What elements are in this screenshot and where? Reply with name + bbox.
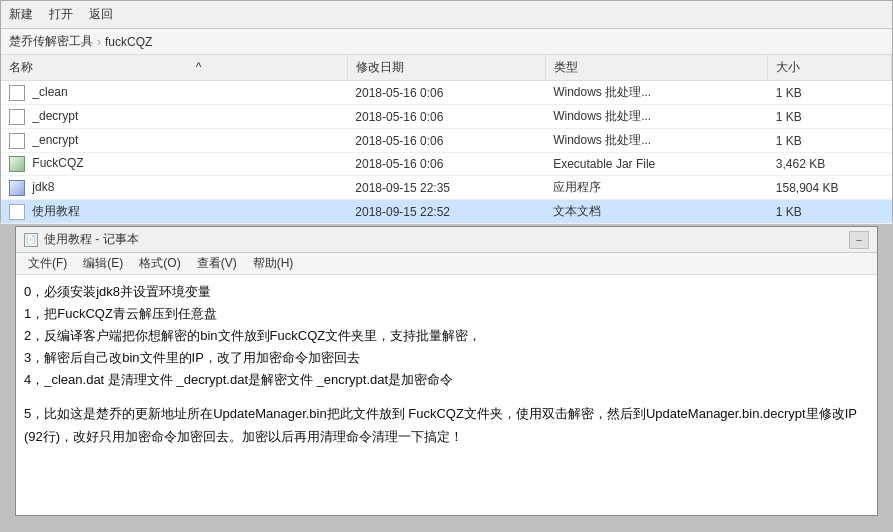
blank-line	[24, 391, 869, 403]
table-row[interactable]: jdk8 2018-09-15 22:35 应用程序 158,904 KB	[1, 176, 892, 200]
notepad-line: 3，解密后自己改bin文件里的IP，改了用加密命令加密回去	[24, 347, 869, 369]
file-type-cell: Windows 批处理...	[545, 129, 768, 153]
toolbar-up[interactable]: 返回	[89, 6, 113, 23]
col-size[interactable]: 大小	[768, 55, 892, 81]
col-type[interactable]: 类型	[545, 55, 768, 81]
notepad-close-button[interactable]: −	[849, 231, 869, 249]
file-date-cell: 2018-05-16 0:06	[347, 105, 545, 129]
file-date-cell: 2018-05-16 0:06	[347, 81, 545, 105]
jar-icon	[9, 156, 25, 172]
file-name-cell: FuckCQZ	[1, 153, 347, 176]
file-date-cell: 2018-05-16 0:06	[347, 153, 545, 176]
file-type-cell: Windows 批处理...	[545, 105, 768, 129]
notepad-line: 5，比如这是楚乔的更新地址所在UpdateManager.bin把此文件放到 F…	[24, 403, 869, 447]
table-row[interactable]: 使用教程 2018-09-15 22:52 文本文档 1 KB	[1, 200, 892, 224]
menu-edit[interactable]: 编辑(E)	[75, 253, 131, 274]
table-row[interactable]: _decrypt 2018-05-16 0:06 Windows 批处理... …	[1, 105, 892, 129]
notepad-title: 使用教程 - 记事本	[44, 231, 139, 248]
bat-icon	[9, 109, 25, 125]
breadcrumb-separator: ›	[97, 35, 101, 49]
menu-help[interactable]: 帮助(H)	[245, 253, 302, 274]
file-type-cell: Windows 批处理...	[545, 81, 768, 105]
file-name-cell: jdk8	[1, 176, 347, 200]
notepad-line: 4，_clean.dat 是清理文件 _decrypt.dat是解密文件 _en…	[24, 369, 869, 391]
file-size-cell: 1 KB	[768, 200, 892, 224]
file-explorer: 新建 打开 返回 楚乔传解密工具 › fuckCQZ 名称 ^ 修改日期 类型 …	[0, 0, 893, 220]
file-table: 名称 ^ 修改日期 类型 大小 _clean 2018-05-16 0:06 W…	[1, 55, 892, 224]
file-size-cell: 1 KB	[768, 129, 892, 153]
notepad-line: 0，必须安装jdk8并设置环境变量	[24, 281, 869, 303]
file-date-cell: 2018-09-15 22:35	[347, 176, 545, 200]
notepad-window: 📄 使用教程 - 记事本 − 文件(F) 编辑(E) 格式(O) 查看(V) 帮…	[15, 226, 878, 516]
breadcrumb-root[interactable]: 楚乔传解密工具	[9, 33, 93, 50]
file-size-cell: 3,462 KB	[768, 153, 892, 176]
notepad-content[interactable]: 0，必须安装jdk8并设置环境变量1，把FuckCQZ青云解压到任意盘2，反编译…	[16, 275, 877, 515]
breadcrumb: 楚乔传解密工具 › fuckCQZ	[1, 29, 892, 55]
file-date-cell: 2018-05-16 0:06	[347, 129, 545, 153]
txt-icon	[9, 204, 25, 220]
menu-format[interactable]: 格式(O)	[131, 253, 188, 274]
app-icon	[9, 180, 25, 196]
notepad-line: 2，反编译客户端把你想解密的bin文件放到FuckCQZ文件夹里，支持批量解密，	[24, 325, 869, 347]
table-row[interactable]: _encrypt 2018-05-16 0:06 Windows 批处理... …	[1, 129, 892, 153]
notepad-titlebar: 📄 使用教程 - 记事本 −	[16, 227, 877, 253]
file-size-cell: 158,904 KB	[768, 176, 892, 200]
file-name-cell: 使用教程	[1, 200, 347, 224]
bat-icon	[9, 85, 25, 101]
notepad-menubar: 文件(F) 编辑(E) 格式(O) 查看(V) 帮助(H)	[16, 253, 877, 275]
notepad-line: 1，把FuckCQZ青云解压到任意盘	[24, 303, 869, 325]
file-type-cell: Executable Jar File	[545, 153, 768, 176]
col-name[interactable]: 名称 ^	[1, 55, 347, 81]
breadcrumb-current[interactable]: fuckCQZ	[105, 35, 152, 49]
table-row[interactable]: _clean 2018-05-16 0:06 Windows 批处理... 1 …	[1, 81, 892, 105]
file-name-cell: _encrypt	[1, 129, 347, 153]
table-row[interactable]: FuckCQZ 2018-05-16 0:06 Executable Jar F…	[1, 153, 892, 176]
file-size-cell: 1 KB	[768, 105, 892, 129]
notepad-icon: 📄	[24, 233, 38, 247]
file-date-cell: 2018-09-15 22:52	[347, 200, 545, 224]
file-name-cell: _clean	[1, 81, 347, 105]
explorer-toolbar: 新建 打开 返回	[1, 1, 892, 29]
file-type-cell: 文本文档	[545, 200, 768, 224]
menu-file[interactable]: 文件(F)	[20, 253, 75, 274]
toolbar-forward[interactable]: 打开	[49, 6, 73, 23]
file-size-cell: 1 KB	[768, 81, 892, 105]
col-date[interactable]: 修改日期	[347, 55, 545, 81]
menu-view[interactable]: 查看(V)	[189, 253, 245, 274]
file-type-cell: 应用程序	[545, 176, 768, 200]
toolbar-back[interactable]: 新建	[9, 6, 33, 23]
file-name-cell: _decrypt	[1, 105, 347, 129]
bat-icon	[9, 133, 25, 149]
